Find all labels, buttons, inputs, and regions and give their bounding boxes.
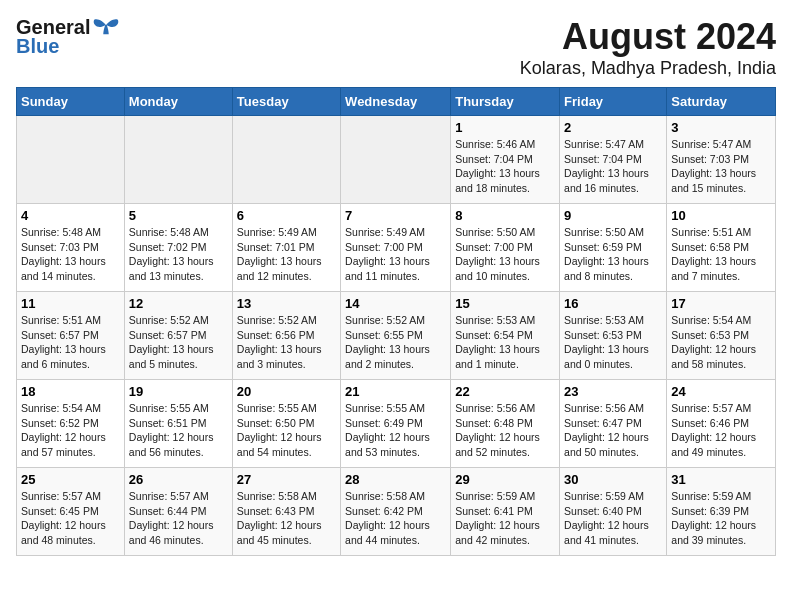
- cell-4-4: 22Sunrise: 5:56 AM Sunset: 6:48 PM Dayli…: [451, 380, 560, 468]
- logo: General Blue: [16, 16, 120, 58]
- cell-4-0: 18Sunrise: 5:54 AM Sunset: 6:52 PM Dayli…: [17, 380, 125, 468]
- cell-4-6: 24Sunrise: 5:57 AM Sunset: 6:46 PM Dayli…: [667, 380, 776, 468]
- day-number: 20: [237, 384, 336, 399]
- day-info: Sunrise: 5:58 AM Sunset: 6:43 PM Dayligh…: [237, 489, 336, 548]
- cell-3-4: 15Sunrise: 5:53 AM Sunset: 6:54 PM Dayli…: [451, 292, 560, 380]
- cell-2-2: 6Sunrise: 5:49 AM Sunset: 7:01 PM Daylig…: [232, 204, 340, 292]
- day-number: 29: [455, 472, 555, 487]
- day-number: 19: [129, 384, 228, 399]
- cell-5-5: 30Sunrise: 5:59 AM Sunset: 6:40 PM Dayli…: [560, 468, 667, 556]
- day-info: Sunrise: 5:59 AM Sunset: 6:40 PM Dayligh…: [564, 489, 662, 548]
- cell-3-2: 13Sunrise: 5:52 AM Sunset: 6:56 PM Dayli…: [232, 292, 340, 380]
- cell-2-5: 9Sunrise: 5:50 AM Sunset: 6:59 PM Daylig…: [560, 204, 667, 292]
- cell-3-0: 11Sunrise: 5:51 AM Sunset: 6:57 PM Dayli…: [17, 292, 125, 380]
- cell-1-2: [232, 116, 340, 204]
- day-number: 14: [345, 296, 446, 311]
- day-info: Sunrise: 5:54 AM Sunset: 6:53 PM Dayligh…: [671, 313, 771, 372]
- day-number: 7: [345, 208, 446, 223]
- day-number: 28: [345, 472, 446, 487]
- day-info: Sunrise: 5:56 AM Sunset: 6:47 PM Dayligh…: [564, 401, 662, 460]
- page-title: August 2024: [520, 16, 776, 58]
- cell-1-0: [17, 116, 125, 204]
- cell-4-1: 19Sunrise: 5:55 AM Sunset: 6:51 PM Dayli…: [124, 380, 232, 468]
- day-number: 6: [237, 208, 336, 223]
- calendar-table: SundayMondayTuesdayWednesdayThursdayFrid…: [16, 87, 776, 556]
- cell-5-0: 25Sunrise: 5:57 AM Sunset: 6:45 PM Dayli…: [17, 468, 125, 556]
- day-number: 26: [129, 472, 228, 487]
- header-wednesday: Wednesday: [341, 88, 451, 116]
- day-number: 15: [455, 296, 555, 311]
- day-info: Sunrise: 5:50 AM Sunset: 6:59 PM Dayligh…: [564, 225, 662, 284]
- day-number: 4: [21, 208, 120, 223]
- day-info: Sunrise: 5:57 AM Sunset: 6:45 PM Dayligh…: [21, 489, 120, 548]
- day-info: Sunrise: 5:55 AM Sunset: 6:49 PM Dayligh…: [345, 401, 446, 460]
- cell-2-3: 7Sunrise: 5:49 AM Sunset: 7:00 PM Daylig…: [341, 204, 451, 292]
- header-friday: Friday: [560, 88, 667, 116]
- day-number: 30: [564, 472, 662, 487]
- cell-5-6: 31Sunrise: 5:59 AM Sunset: 6:39 PM Dayli…: [667, 468, 776, 556]
- day-info: Sunrise: 5:59 AM Sunset: 6:41 PM Dayligh…: [455, 489, 555, 548]
- day-info: Sunrise: 5:47 AM Sunset: 7:04 PM Dayligh…: [564, 137, 662, 196]
- day-info: Sunrise: 5:57 AM Sunset: 6:46 PM Dayligh…: [671, 401, 771, 460]
- day-number: 16: [564, 296, 662, 311]
- day-number: 17: [671, 296, 771, 311]
- calendar-header-row: SundayMondayTuesdayWednesdayThursdayFrid…: [17, 88, 776, 116]
- day-info: Sunrise: 5:55 AM Sunset: 6:50 PM Dayligh…: [237, 401, 336, 460]
- cell-4-2: 20Sunrise: 5:55 AM Sunset: 6:50 PM Dayli…: [232, 380, 340, 468]
- cell-3-3: 14Sunrise: 5:52 AM Sunset: 6:55 PM Dayli…: [341, 292, 451, 380]
- day-number: 5: [129, 208, 228, 223]
- cell-1-1: [124, 116, 232, 204]
- title-block: August 2024 Kolaras, Madhya Pradesh, Ind…: [520, 16, 776, 79]
- week-row-4: 18Sunrise: 5:54 AM Sunset: 6:52 PM Dayli…: [17, 380, 776, 468]
- day-info: Sunrise: 5:52 AM Sunset: 6:55 PM Dayligh…: [345, 313, 446, 372]
- day-info: Sunrise: 5:57 AM Sunset: 6:44 PM Dayligh…: [129, 489, 228, 548]
- day-number: 23: [564, 384, 662, 399]
- cell-2-1: 5Sunrise: 5:48 AM Sunset: 7:02 PM Daylig…: [124, 204, 232, 292]
- header-thursday: Thursday: [451, 88, 560, 116]
- day-info: Sunrise: 5:52 AM Sunset: 6:57 PM Dayligh…: [129, 313, 228, 372]
- day-info: Sunrise: 5:52 AM Sunset: 6:56 PM Dayligh…: [237, 313, 336, 372]
- day-number: 27: [237, 472, 336, 487]
- week-row-5: 25Sunrise: 5:57 AM Sunset: 6:45 PM Dayli…: [17, 468, 776, 556]
- cell-3-1: 12Sunrise: 5:52 AM Sunset: 6:57 PM Dayli…: [124, 292, 232, 380]
- cell-4-5: 23Sunrise: 5:56 AM Sunset: 6:47 PM Dayli…: [560, 380, 667, 468]
- header-sunday: Sunday: [17, 88, 125, 116]
- day-number: 22: [455, 384, 555, 399]
- cell-5-2: 27Sunrise: 5:58 AM Sunset: 6:43 PM Dayli…: [232, 468, 340, 556]
- header-tuesday: Tuesday: [232, 88, 340, 116]
- cell-3-6: 17Sunrise: 5:54 AM Sunset: 6:53 PM Dayli…: [667, 292, 776, 380]
- day-number: 11: [21, 296, 120, 311]
- cell-5-4: 29Sunrise: 5:59 AM Sunset: 6:41 PM Dayli…: [451, 468, 560, 556]
- day-number: 18: [21, 384, 120, 399]
- cell-2-0: 4Sunrise: 5:48 AM Sunset: 7:03 PM Daylig…: [17, 204, 125, 292]
- week-row-1: 1Sunrise: 5:46 AM Sunset: 7:04 PM Daylig…: [17, 116, 776, 204]
- day-number: 24: [671, 384, 771, 399]
- day-number: 2: [564, 120, 662, 135]
- cell-5-3: 28Sunrise: 5:58 AM Sunset: 6:42 PM Dayli…: [341, 468, 451, 556]
- day-info: Sunrise: 5:58 AM Sunset: 6:42 PM Dayligh…: [345, 489, 446, 548]
- day-info: Sunrise: 5:50 AM Sunset: 7:00 PM Dayligh…: [455, 225, 555, 284]
- cell-1-5: 2Sunrise: 5:47 AM Sunset: 7:04 PM Daylig…: [560, 116, 667, 204]
- header-saturday: Saturday: [667, 88, 776, 116]
- page-subtitle: Kolaras, Madhya Pradesh, India: [520, 58, 776, 79]
- day-number: 31: [671, 472, 771, 487]
- day-info: Sunrise: 5:46 AM Sunset: 7:04 PM Dayligh…: [455, 137, 555, 196]
- cell-4-3: 21Sunrise: 5:55 AM Sunset: 6:49 PM Dayli…: [341, 380, 451, 468]
- day-info: Sunrise: 5:54 AM Sunset: 6:52 PM Dayligh…: [21, 401, 120, 460]
- day-info: Sunrise: 5:49 AM Sunset: 7:01 PM Dayligh…: [237, 225, 336, 284]
- day-info: Sunrise: 5:56 AM Sunset: 6:48 PM Dayligh…: [455, 401, 555, 460]
- header-monday: Monday: [124, 88, 232, 116]
- day-info: Sunrise: 5:53 AM Sunset: 6:54 PM Dayligh…: [455, 313, 555, 372]
- day-info: Sunrise: 5:47 AM Sunset: 7:03 PM Dayligh…: [671, 137, 771, 196]
- cell-1-3: [341, 116, 451, 204]
- cell-3-5: 16Sunrise: 5:53 AM Sunset: 6:53 PM Dayli…: [560, 292, 667, 380]
- cell-1-4: 1Sunrise: 5:46 AM Sunset: 7:04 PM Daylig…: [451, 116, 560, 204]
- cell-2-6: 10Sunrise: 5:51 AM Sunset: 6:58 PM Dayli…: [667, 204, 776, 292]
- day-number: 9: [564, 208, 662, 223]
- day-number: 13: [237, 296, 336, 311]
- day-info: Sunrise: 5:55 AM Sunset: 6:51 PM Dayligh…: [129, 401, 228, 460]
- day-info: Sunrise: 5:53 AM Sunset: 6:53 PM Dayligh…: [564, 313, 662, 372]
- cell-5-1: 26Sunrise: 5:57 AM Sunset: 6:44 PM Dayli…: [124, 468, 232, 556]
- day-number: 3: [671, 120, 771, 135]
- day-info: Sunrise: 5:51 AM Sunset: 6:57 PM Dayligh…: [21, 313, 120, 372]
